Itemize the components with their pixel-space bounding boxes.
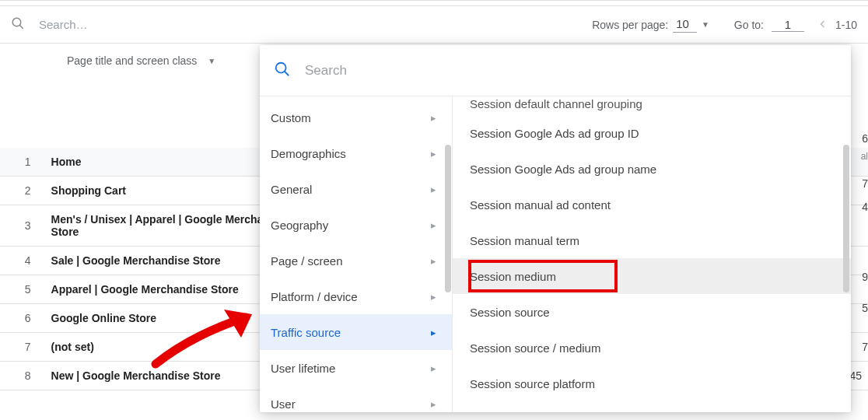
category-label: General xyxy=(271,183,312,196)
row-index: 1 xyxy=(0,148,45,177)
category-item[interactable]: User lifetime▸ xyxy=(260,350,452,386)
dimension-caret-icon: ▼ xyxy=(208,57,215,65)
row-index: 4 xyxy=(0,247,45,275)
goto-input[interactable] xyxy=(772,18,804,32)
panel-search-icon[interactable] xyxy=(274,61,291,80)
category-label: Geography xyxy=(271,219,328,232)
category-item[interactable]: Demographics▸ xyxy=(260,135,452,171)
row-index: 7 xyxy=(0,333,45,362)
rows-per-page-value[interactable]: 10 xyxy=(673,17,697,33)
peek-val: 5 xyxy=(856,302,868,341)
category-item[interactable]: Traffic source▸ xyxy=(260,314,452,350)
category-list: Custom▸Demographics▸General▸Geography▸Pa… xyxy=(260,96,453,412)
chevron-right-icon: ▸ xyxy=(431,291,436,303)
category-label: Page / screen xyxy=(271,254,343,268)
row-index: 2 xyxy=(0,177,45,205)
chevron-right-icon: ▸ xyxy=(431,184,436,195)
row-index: 8 xyxy=(0,362,45,390)
peek-val: 7 xyxy=(856,170,868,201)
category-item[interactable]: Platform / device▸ xyxy=(260,278,452,314)
svg-point-2 xyxy=(276,63,286,73)
panel-search-input[interactable] xyxy=(305,63,837,79)
category-label: Traffic source xyxy=(271,326,341,339)
chevron-right-icon: ▸ xyxy=(431,255,436,267)
svg-point-0 xyxy=(12,18,21,26)
option-item[interactable]: Session source xyxy=(453,294,851,330)
dimension-label: Page title and screen class xyxy=(67,54,197,67)
option-item[interactable]: Session Google Ads ad group name xyxy=(453,151,851,187)
chevron-right-icon: ▸ xyxy=(431,327,436,338)
category-item[interactable]: Geography▸ xyxy=(260,207,452,243)
dimension-picker-panel: Custom▸Demographics▸General▸Geography▸Pa… xyxy=(260,45,851,412)
svg-line-1 xyxy=(19,25,23,29)
peek-val: 4 xyxy=(856,201,868,232)
toolbar: Search… Rows per page: 10 ▼ Go to: 1-10 xyxy=(0,6,868,44)
peek-val: 6 xyxy=(856,132,868,151)
svg-line-3 xyxy=(285,72,289,76)
search-input[interactable]: Search… xyxy=(39,18,88,31)
option-item[interactable]: Session source / medium xyxy=(453,330,851,366)
option-item[interactable]: Session manual term xyxy=(453,222,851,258)
rows-per-page-caret-icon[interactable]: ▼ xyxy=(702,20,709,29)
category-item[interactable]: Page / screen▸ xyxy=(260,243,452,278)
option-item[interactable]: Session Google Ads ad group ID xyxy=(453,115,851,151)
option-item[interactable]: Session default channel grouping xyxy=(453,96,851,115)
peek-val: 9 xyxy=(856,271,868,302)
chevron-right-icon: ▸ xyxy=(431,362,436,374)
category-label: User xyxy=(271,397,296,411)
rows-per-page-label: Rows per page: xyxy=(592,19,668,31)
chevron-right-icon: ▸ xyxy=(431,219,436,231)
category-label: User lifetime xyxy=(271,362,335,375)
option-item[interactable]: Session medium xyxy=(453,258,851,294)
row-index: 6 xyxy=(0,304,45,333)
search-icon[interactable] xyxy=(11,16,25,33)
category-item[interactable]: User▸ xyxy=(260,386,452,412)
category-label: Demographics xyxy=(271,147,346,160)
row-index: 5 xyxy=(0,275,45,304)
chevron-right-icon: ▸ xyxy=(431,398,436,410)
page-range: 1-10 xyxy=(835,19,857,31)
row-index: 3 xyxy=(0,205,45,247)
option-item[interactable]: Session source platform xyxy=(453,366,851,401)
peek-val: 7 xyxy=(856,341,868,370)
category-label: Platform / device xyxy=(271,290,358,303)
scrollbar-thumb[interactable] xyxy=(843,145,849,292)
chevron-right-icon: ▸ xyxy=(431,148,436,159)
category-item[interactable]: Custom▸ xyxy=(260,100,452,135)
option-item[interactable]: Session manual ad content xyxy=(453,187,851,222)
goto-label: Go to: xyxy=(734,19,764,31)
prev-page-icon[interactable] xyxy=(818,19,828,31)
option-list: Session default channel groupingSession … xyxy=(453,96,851,412)
peek-val: al xyxy=(856,151,868,170)
category-label: Custom xyxy=(271,111,311,124)
chevron-right-icon: ▸ xyxy=(431,112,436,124)
category-item[interactable]: General▸ xyxy=(260,171,452,207)
scrollbar-thumb[interactable] xyxy=(445,145,451,292)
